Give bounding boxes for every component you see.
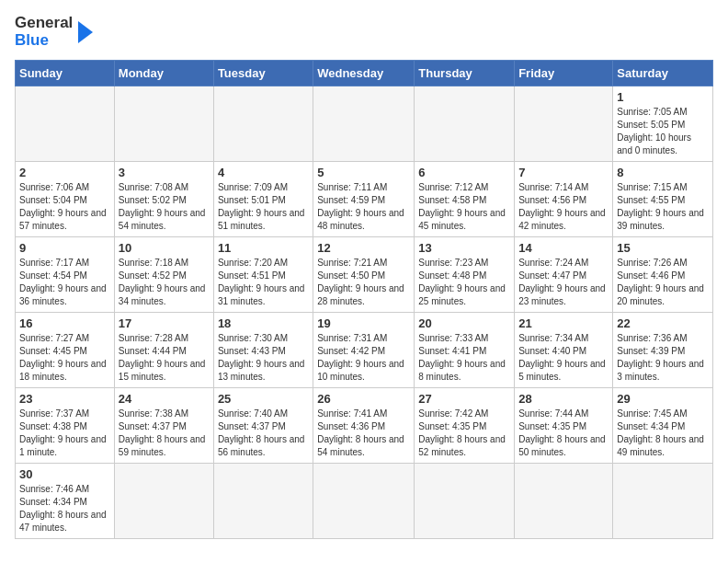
day-info: Sunrise: 7:45 AM Sunset: 4:34 PM Dayligh…: [617, 408, 709, 459]
calendar-week-row: 23Sunrise: 7:37 AM Sunset: 4:38 PM Dayli…: [16, 388, 713, 464]
calendar-week-row: 1Sunrise: 7:05 AM Sunset: 5:05 PM Daylig…: [16, 86, 713, 162]
calendar-cell: 11Sunrise: 7:20 AM Sunset: 4:51 PM Dayli…: [213, 237, 313, 313]
calendar-week-row: 30Sunrise: 7:46 AM Sunset: 4:34 PM Dayli…: [16, 464, 713, 539]
day-info: Sunrise: 7:06 AM Sunset: 5:04 PM Dayligh…: [19, 181, 110, 233]
day-info: Sunrise: 7:34 AM Sunset: 4:40 PM Dayligh…: [518, 332, 609, 384]
calendar-cell: 24Sunrise: 7:38 AM Sunset: 4:37 PM Dayli…: [114, 388, 213, 464]
calendar-week-row: 16Sunrise: 7:27 AM Sunset: 4:45 PM Dayli…: [16, 313, 713, 388]
day-info: Sunrise: 7:28 AM Sunset: 4:44 PM Dayligh…: [119, 332, 210, 384]
logo-arrow-icon: [74, 16, 100, 49]
calendar-cell: 7Sunrise: 7:14 AM Sunset: 4:56 PM Daylig…: [515, 162, 613, 237]
day-number: 17: [119, 316, 210, 330]
calendar-cell: 4Sunrise: 7:09 AM Sunset: 5:01 PM Daylig…: [213, 162, 313, 237]
calendar-cell: [515, 464, 613, 539]
day-info: Sunrise: 7:46 AM Sunset: 4:34 PM Dayligh…: [19, 483, 110, 534]
calendar-cell: 17Sunrise: 7:28 AM Sunset: 4:44 PM Dayli…: [114, 313, 213, 388]
day-number: 7: [518, 166, 609, 179]
calendar-cell: [613, 464, 713, 539]
day-info: Sunrise: 7:05 AM Sunset: 5:05 PM Dayligh…: [617, 106, 709, 157]
day-info: Sunrise: 7:30 AM Sunset: 4:43 PM Dayligh…: [218, 332, 309, 384]
day-number: 29: [617, 392, 709, 406]
weekday-header-monday: Monday: [114, 61, 213, 86]
day-number: 10: [119, 241, 210, 255]
weekday-header-saturday: Saturday: [613, 61, 713, 86]
day-number: 8: [617, 166, 709, 179]
day-number: 11: [218, 241, 309, 255]
day-number: 22: [617, 316, 709, 330]
calendar-cell: 16Sunrise: 7:27 AM Sunset: 4:45 PM Dayli…: [16, 313, 115, 388]
day-info: Sunrise: 7:21 AM Sunset: 4:50 PM Dayligh…: [317, 257, 410, 308]
svg-marker-0: [78, 21, 93, 43]
day-number: 24: [119, 392, 210, 406]
calendar-cell: [213, 86, 313, 162]
calendar-cell: 15Sunrise: 7:26 AM Sunset: 4:46 PM Dayli…: [613, 237, 713, 313]
day-info: Sunrise: 7:20 AM Sunset: 4:51 PM Dayligh…: [218, 257, 309, 308]
day-info: Sunrise: 7:41 AM Sunset: 4:36 PM Dayligh…: [317, 408, 410, 459]
calendar-cell: 8Sunrise: 7:15 AM Sunset: 4:55 PM Daylig…: [613, 162, 713, 237]
day-info: Sunrise: 7:12 AM Sunset: 4:58 PM Dayligh…: [418, 181, 510, 233]
calendar-cell: [313, 86, 415, 162]
day-number: 13: [418, 241, 510, 255]
day-number: 9: [19, 241, 110, 255]
day-info: Sunrise: 7:33 AM Sunset: 4:41 PM Dayligh…: [418, 332, 510, 384]
day-info: Sunrise: 7:26 AM Sunset: 4:46 PM Dayligh…: [617, 257, 709, 308]
day-info: Sunrise: 7:42 AM Sunset: 4:35 PM Dayligh…: [418, 408, 510, 459]
calendar-cell: 13Sunrise: 7:23 AM Sunset: 4:48 PM Dayli…: [415, 237, 515, 313]
calendar-cell: 9Sunrise: 7:17 AM Sunset: 4:54 PM Daylig…: [16, 237, 115, 313]
day-info: Sunrise: 7:40 AM Sunset: 4:37 PM Dayligh…: [218, 408, 309, 459]
calendar-cell: [415, 86, 515, 162]
calendar-cell: 26Sunrise: 7:41 AM Sunset: 4:36 PM Dayli…: [313, 388, 415, 464]
day-info: Sunrise: 7:23 AM Sunset: 4:48 PM Dayligh…: [418, 257, 510, 308]
weekday-header-sunday: Sunday: [16, 61, 115, 86]
day-number: 1: [617, 90, 709, 104]
calendar-cell: [114, 86, 213, 162]
day-info: Sunrise: 7:37 AM Sunset: 4:38 PM Dayligh…: [19, 408, 110, 459]
weekday-header-row: SundayMondayTuesdayWednesdayThursdayFrid…: [16, 61, 713, 86]
calendar-cell: 21Sunrise: 7:34 AM Sunset: 4:40 PM Dayli…: [515, 313, 613, 388]
day-info: Sunrise: 7:09 AM Sunset: 5:01 PM Dayligh…: [218, 181, 309, 233]
calendar-cell: [415, 464, 515, 539]
day-info: Sunrise: 7:44 AM Sunset: 4:35 PM Dayligh…: [518, 408, 609, 459]
calendar-cell: 18Sunrise: 7:30 AM Sunset: 4:43 PM Dayli…: [213, 313, 313, 388]
calendar-cell: 1Sunrise: 7:05 AM Sunset: 5:05 PM Daylig…: [613, 86, 713, 162]
day-number: 12: [317, 241, 410, 255]
day-number: 15: [617, 241, 709, 255]
day-info: Sunrise: 7:38 AM Sunset: 4:37 PM Dayligh…: [119, 408, 210, 459]
day-info: Sunrise: 7:36 AM Sunset: 4:39 PM Dayligh…: [617, 332, 709, 384]
day-info: Sunrise: 7:15 AM Sunset: 4:55 PM Dayligh…: [617, 181, 709, 233]
day-number: 27: [418, 392, 510, 406]
day-number: 4: [218, 166, 309, 179]
day-number: 20: [418, 316, 510, 330]
day-info: Sunrise: 7:18 AM Sunset: 4:52 PM Dayligh…: [119, 257, 210, 308]
day-info: Sunrise: 7:31 AM Sunset: 4:42 PM Dayligh…: [317, 332, 410, 384]
day-number: 23: [19, 392, 110, 406]
calendar-cell: 19Sunrise: 7:31 AM Sunset: 4:42 PM Dayli…: [313, 313, 415, 388]
calendar-cell: 28Sunrise: 7:44 AM Sunset: 4:35 PM Dayli…: [515, 388, 613, 464]
calendar-cell: 10Sunrise: 7:18 AM Sunset: 4:52 PM Dayli…: [114, 237, 213, 313]
day-info: Sunrise: 7:17 AM Sunset: 4:54 PM Dayligh…: [19, 257, 110, 308]
day-number: 6: [418, 166, 510, 179]
page-header: General Blue: [15, 15, 713, 49]
weekday-header-wednesday: Wednesday: [313, 61, 415, 86]
calendar-cell: [213, 464, 313, 539]
calendar-cell: 23Sunrise: 7:37 AM Sunset: 4:38 PM Dayli…: [16, 388, 115, 464]
calendar-body: 1Sunrise: 7:05 AM Sunset: 5:05 PM Daylig…: [16, 86, 713, 539]
day-number: 30: [19, 467, 110, 481]
day-number: 5: [317, 166, 410, 179]
day-number: 2: [19, 166, 110, 179]
weekday-header-friday: Friday: [515, 61, 613, 86]
day-info: Sunrise: 7:14 AM Sunset: 4:56 PM Dayligh…: [518, 181, 609, 233]
logo: General Blue: [15, 15, 100, 49]
day-number: 28: [518, 392, 609, 406]
day-number: 14: [518, 241, 609, 255]
logo-blue: Blue: [15, 32, 73, 50]
calendar-cell: 2Sunrise: 7:06 AM Sunset: 5:04 PM Daylig…: [16, 162, 115, 237]
calendar-cell: [114, 464, 213, 539]
weekday-header-thursday: Thursday: [415, 61, 515, 86]
calendar-cell: [16, 86, 115, 162]
day-number: 26: [317, 392, 410, 406]
calendar-cell: 29Sunrise: 7:45 AM Sunset: 4:34 PM Dayli…: [613, 388, 713, 464]
day-info: Sunrise: 7:08 AM Sunset: 5:02 PM Dayligh…: [119, 181, 210, 233]
calendar-cell: 5Sunrise: 7:11 AM Sunset: 4:59 PM Daylig…: [313, 162, 415, 237]
day-info: Sunrise: 7:24 AM Sunset: 4:47 PM Dayligh…: [518, 257, 609, 308]
